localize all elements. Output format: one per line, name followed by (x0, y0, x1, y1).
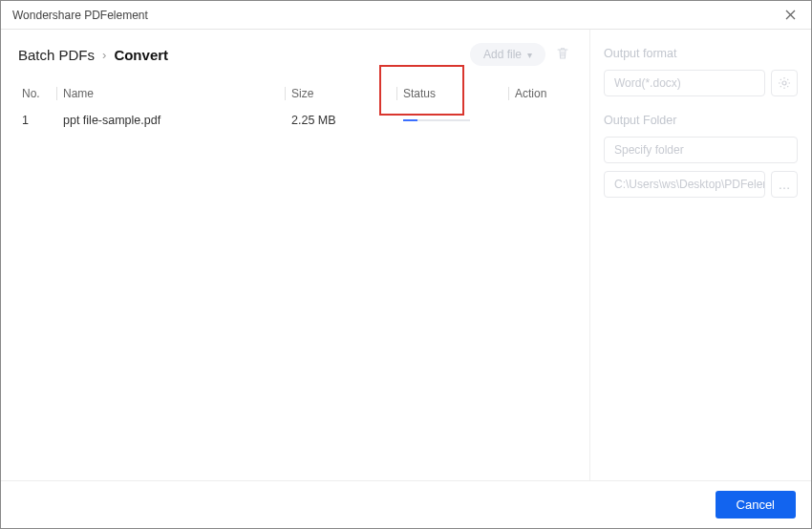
cell-status (403, 119, 508, 121)
content: Batch PDFs › Convert Add file ▾ No. Name… (1, 30, 811, 480)
col-header-status: Status (403, 87, 508, 100)
output-format-value: Word(*.docx) (614, 76, 681, 90)
cell-size: 2.25 MB (291, 114, 396, 127)
table-header: No. Name Size Status Action (18, 79, 572, 108)
cell-name: ppt file-sample.pdf (63, 114, 285, 127)
svg-point-0 (782, 81, 786, 85)
browse-button[interactable]: … (771, 171, 798, 198)
toolbar: Add file ▾ (470, 43, 572, 66)
close-icon[interactable] (780, 6, 800, 25)
right-panel: Output format Word(*.docx) Output Folder… (589, 30, 811, 480)
progress-bar (403, 119, 470, 121)
breadcrumb-current: Convert (114, 47, 168, 63)
divider (285, 87, 286, 100)
col-header-size: Size (291, 87, 396, 100)
col-header-no: No. (18, 87, 56, 100)
dots-icon: … (779, 178, 791, 192)
divider (508, 87, 509, 100)
table-row[interactable]: 1 ppt file-sample.pdf 2.25 MB (18, 108, 572, 133)
output-folder-path-input[interactable]: C:\Users\ws\Desktop\PDFelement\Con (604, 171, 765, 198)
breadcrumb: Batch PDFs › Convert Add file ▾ (18, 43, 572, 66)
cell-no: 1 (18, 114, 56, 127)
col-header-action: Action (515, 87, 572, 100)
window-title: Wondershare PDFelement (12, 9, 148, 22)
breadcrumb-root[interactable]: Batch PDFs (18, 47, 95, 63)
add-file-label: Add file (483, 48, 522, 61)
output-format-select[interactable]: Word(*.docx) (604, 70, 765, 96)
left-panel: Batch PDFs › Convert Add file ▾ No. Name… (1, 30, 589, 480)
specify-folder-placeholder: Specify folder (614, 143, 684, 157)
footer: Cancel (1, 480, 811, 528)
chevron-right-icon: › (102, 48, 106, 62)
divider (56, 87, 57, 100)
col-header-name: Name (63, 87, 285, 100)
output-folder-label: Output Folder (604, 114, 798, 127)
specify-folder-input[interactable]: Specify folder (604, 137, 798, 163)
chevron-down-icon: ▾ (527, 50, 532, 60)
gear-icon[interactable] (771, 70, 798, 96)
output-folder-path: C:\Users\ws\Desktop\PDFelement\Con (614, 178, 765, 191)
trash-icon[interactable] (555, 46, 572, 63)
add-file-button[interactable]: Add file ▾ (470, 43, 545, 66)
cancel-button[interactable]: Cancel (716, 491, 796, 518)
output-format-label: Output format (604, 47, 798, 60)
divider (396, 87, 397, 100)
titlebar: Wondershare PDFelement (1, 1, 811, 30)
